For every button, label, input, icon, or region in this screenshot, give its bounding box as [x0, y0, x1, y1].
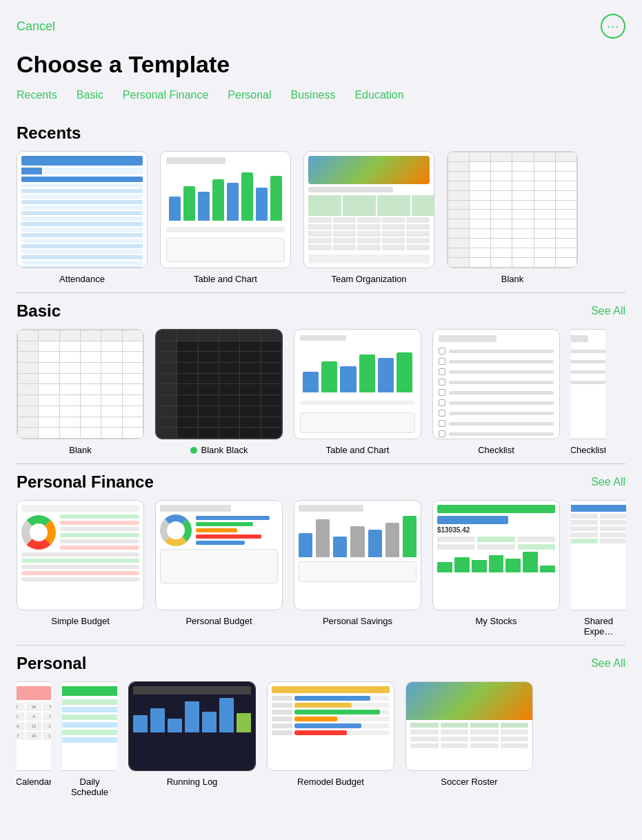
template-running-log[interactable]: Running Log	[128, 681, 256, 797]
blank-recent-thumbnail	[447, 151, 578, 268]
recents-section-header: Recents	[0, 115, 642, 151]
template-remodel-budget[interactable]: Remodel Budget	[267, 681, 394, 797]
personal-title: Personal	[17, 654, 86, 673]
template-calendar[interactable]: SMTWTFS 1234567 891011121314 15161718192…	[17, 681, 51, 797]
checklist-2-thumbnail	[571, 329, 605, 439]
checklist-label: Checklist	[478, 445, 514, 455]
running-log-thumbnail	[128, 681, 256, 771]
template-blank-basic[interactable]: Blank	[17, 329, 144, 455]
basic-templates-row: Blank	[0, 329, 642, 463]
basic-see-all[interactable]: See All	[591, 305, 625, 317]
template-attendance[interactable]: Attendance	[17, 151, 148, 284]
template-personal-budget[interactable]: Personal Budget	[155, 500, 283, 637]
template-shared-expenses[interactable]: Shared Expe…	[571, 500, 626, 637]
team-org-thumbnail	[303, 151, 434, 268]
page-title: Choose a Template	[0, 46, 642, 86]
personal-budget-thumbnail	[155, 500, 283, 610]
table-chart-basic-label: Table and Chart	[326, 445, 390, 455]
template-checklist[interactable]: Checklist	[432, 329, 560, 455]
blank-black-dot	[190, 447, 197, 454]
template-soccer-roster[interactable]: Soccer Roster	[405, 681, 533, 797]
basic-section: Basic See All	[0, 293, 642, 463]
basic-section-header: Basic See All	[0, 293, 642, 329]
template-table-chart-recent[interactable]: Table and Chart	[160, 151, 291, 284]
my-stocks-thumbnail: $13035.42	[432, 500, 560, 610]
personal-section: Personal See All SMTWTFS 1234567 8910111…	[0, 646, 642, 806]
personal-budget-label: Personal Budget	[185, 616, 252, 626]
personal-finance-see-all[interactable]: See All	[591, 476, 625, 488]
blank-basic-label: Blank	[69, 445, 92, 455]
basic-title: Basic	[17, 301, 61, 321]
more-options-button[interactable]: ···	[601, 14, 625, 39]
soccer-roster-label: Soccer Roster	[441, 777, 497, 787]
shared-expenses-label: Shared Expe…	[571, 616, 626, 637]
template-blank-black[interactable]: Blank Black	[155, 329, 283, 455]
personal-savings-label: Personal Savings	[323, 616, 392, 626]
template-daily-schedule[interactable]: Daily Schedule	[62, 681, 117, 797]
soccer-roster-thumbnail	[405, 681, 533, 771]
blank-black-thumbnail	[155, 329, 283, 439]
remodel-budget-thumbnail	[267, 681, 394, 771]
personal-finance-section-header: Personal Finance See All	[0, 464, 642, 500]
running-log-label: Running Log	[167, 777, 218, 787]
attendance-thumbnail	[17, 151, 148, 268]
table-chart-basic-thumbnail	[294, 329, 421, 439]
table-chart-label: Table and Chart	[194, 274, 257, 284]
personal-finance-section: Personal Finance See All	[0, 464, 642, 645]
personal-savings-thumbnail	[294, 500, 421, 610]
my-stocks-label: My Stocks	[476, 616, 517, 626]
blank-basic-thumbnail	[17, 329, 144, 439]
recents-templates-row: Attendance	[0, 151, 642, 292]
simple-budget-label: Simple Budget	[51, 616, 110, 626]
blank-recent-label: Blank	[501, 274, 524, 284]
tab-recents[interactable]: Recents	[17, 86, 57, 104]
attendance-label: Attendance	[59, 274, 105, 284]
daily-schedule-label: Daily Schedule	[62, 777, 117, 797]
template-checklist-2[interactable]: Checklist	[571, 329, 605, 455]
table-chart-thumbnail	[160, 151, 291, 268]
daily-schedule-thumbnail	[62, 681, 117, 771]
finance-templates-row: Simple Budget	[0, 500, 642, 645]
personal-see-all[interactable]: See All	[591, 657, 625, 670]
personal-templates-row: SMTWTFS 1234567 891011121314 15161718192…	[0, 681, 642, 806]
tab-business[interactable]: Business	[291, 86, 336, 104]
calendar-thumbnail: SMTWTFS 1234567 891011121314 15161718192…	[17, 681, 51, 771]
recents-section: Recents	[0, 115, 642, 292]
recents-title: Recents	[17, 123, 81, 143]
personal-finance-title: Personal Finance	[17, 472, 154, 492]
simple-budget-thumbnail	[17, 500, 144, 610]
template-my-stocks[interactable]: $13035.42	[432, 500, 560, 637]
shared-expenses-thumbnail	[571, 500, 626, 610]
template-table-chart-basic[interactable]: Table and Chart	[294, 329, 421, 455]
checklist-thumbnail	[432, 329, 560, 439]
calendar-label: Calendar	[17, 777, 51, 787]
checklist-2-label: Checklist	[571, 445, 605, 455]
template-personal-savings[interactable]: Personal Savings	[294, 500, 421, 637]
header: Cancel ···	[0, 0, 642, 46]
remodel-budget-label: Remodel Budget	[297, 777, 364, 787]
nav-tabs: Recents Basic Personal Finance Personal …	[0, 86, 642, 115]
tab-basic[interactable]: Basic	[77, 86, 103, 104]
template-simple-budget[interactable]: Simple Budget	[17, 500, 144, 637]
team-org-label: Team Organization	[331, 274, 406, 284]
template-team-org[interactable]: Team Organization	[303, 151, 434, 284]
tab-personal[interactable]: Personal	[228, 86, 271, 104]
personal-section-header: Personal See All	[0, 646, 642, 681]
template-blank-recent[interactable]: Blank	[447, 151, 578, 284]
tab-education[interactable]: Education	[354, 86, 403, 104]
tab-personal-finance[interactable]: Personal Finance	[123, 86, 209, 104]
blank-black-label: Blank Black	[201, 445, 248, 455]
cancel-button[interactable]: Cancel	[17, 19, 55, 34]
